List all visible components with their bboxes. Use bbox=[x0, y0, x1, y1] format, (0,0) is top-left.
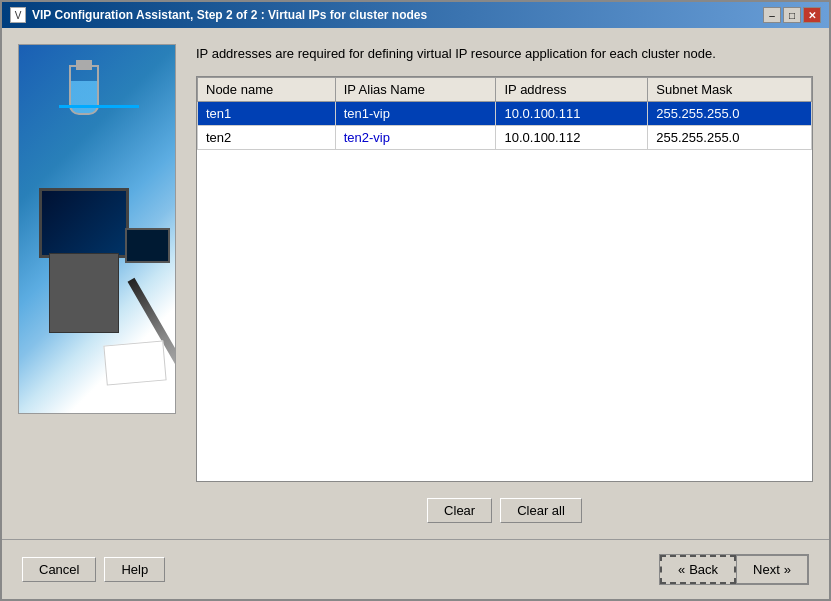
bottom-bar: Cancel Help « Back Next » bbox=[2, 539, 829, 599]
back-label: Back bbox=[689, 562, 718, 577]
back-button[interactable]: « Back bbox=[660, 555, 736, 584]
table-row[interactable]: ten1ten1-vip10.0.100.111255.255.255.0 bbox=[198, 101, 812, 125]
monitor-screen-inner bbox=[42, 191, 126, 255]
back-arrow-icon: « bbox=[678, 562, 685, 577]
next-label: Next bbox=[753, 562, 780, 577]
bottom-right-buttons: « Back Next » bbox=[659, 554, 809, 585]
button-row: Clear Clear all bbox=[196, 498, 813, 523]
close-button[interactable]: ✕ bbox=[803, 7, 821, 23]
main-monitor bbox=[39, 188, 129, 258]
network-line bbox=[59, 105, 139, 108]
decorative-image bbox=[18, 44, 176, 414]
clear-all-button[interactable]: Clear all bbox=[500, 498, 582, 523]
bottom-left-buttons: Cancel Help bbox=[22, 557, 165, 582]
col-node-name: Node name bbox=[198, 77, 336, 101]
main-window: V VIP Configuration Assistant, Step 2 of… bbox=[0, 0, 831, 601]
paper bbox=[103, 340, 166, 385]
table-container: Node name IP Alias Name IP address Subne… bbox=[196, 76, 813, 483]
cell-subnet-mask: 255.255.255.0 bbox=[648, 101, 812, 125]
cell-ip-alias: ten1-vip bbox=[335, 101, 496, 125]
col-ip-address: IP address bbox=[496, 77, 648, 101]
window-icon: V bbox=[10, 7, 26, 23]
cell-node-name: ten2 bbox=[198, 125, 336, 149]
col-subnet-mask: Subnet Mask bbox=[648, 77, 812, 101]
title-buttons: – □ ✕ bbox=[763, 7, 821, 23]
title-bar: V VIP Configuration Assistant, Step 2 of… bbox=[2, 2, 829, 28]
minimize-button[interactable]: – bbox=[763, 7, 781, 23]
col-ip-alias: IP Alias Name bbox=[335, 77, 496, 101]
cell-ip-address: 10.0.100.112 bbox=[496, 125, 648, 149]
description-text: IP addresses are required for defining v… bbox=[196, 44, 813, 64]
table-row[interactable]: ten2ten2-vip10.0.100.112255.255.255.0 bbox=[198, 125, 812, 149]
help-button[interactable]: Help bbox=[104, 557, 165, 582]
vip-table: Node name IP Alias Name IP address Subne… bbox=[197, 77, 812, 150]
next-button[interactable]: Next » bbox=[736, 555, 808, 584]
content-area: IP addresses are required for defining v… bbox=[2, 28, 829, 539]
cancel-button[interactable]: Cancel bbox=[22, 557, 96, 582]
nav-button-group: « Back Next » bbox=[659, 554, 809, 585]
window-title: VIP Configuration Assistant, Step 2 of 2… bbox=[32, 8, 427, 22]
clear-button[interactable]: Clear bbox=[427, 498, 492, 523]
desk-scene bbox=[19, 45, 175, 413]
small-monitor-screen bbox=[127, 230, 168, 261]
next-arrow-icon: » bbox=[784, 562, 791, 577]
small-monitor bbox=[125, 228, 170, 263]
cell-ip-alias: ten2-vip bbox=[335, 125, 496, 149]
table-header-row: Node name IP Alias Name IP address Subne… bbox=[198, 77, 812, 101]
cell-ip-address: 10.0.100.111 bbox=[496, 101, 648, 125]
cell-node-name: ten1 bbox=[198, 101, 336, 125]
maximize-button[interactable]: □ bbox=[783, 7, 801, 23]
monitor-stand bbox=[49, 253, 119, 333]
title-bar-left: V VIP Configuration Assistant, Step 2 of… bbox=[10, 7, 427, 23]
right-content: IP addresses are required for defining v… bbox=[196, 44, 813, 523]
cell-subnet-mask: 255.255.255.0 bbox=[648, 125, 812, 149]
